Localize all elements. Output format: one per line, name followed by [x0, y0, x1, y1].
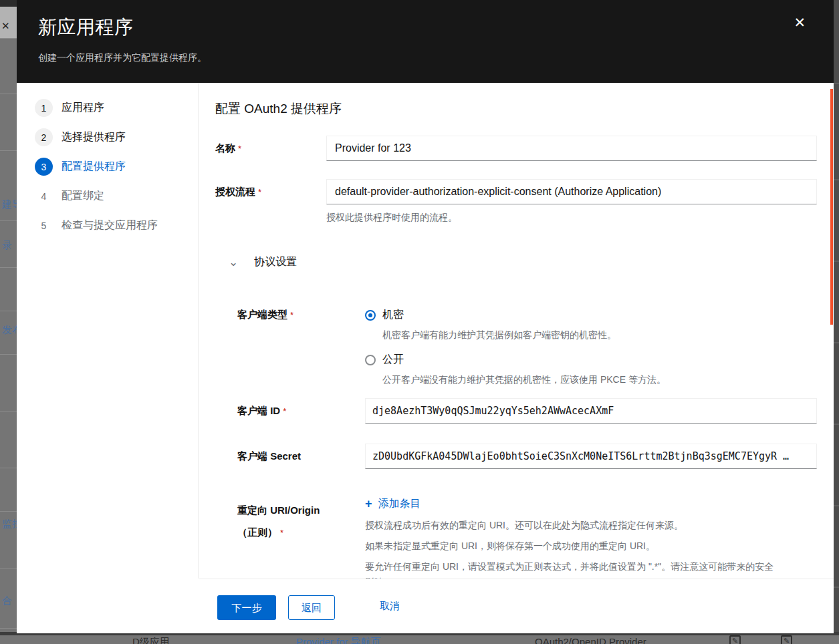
step-label: 配置绑定	[62, 189, 104, 203]
radio-public[interactable]: 公开	[365, 353, 666, 367]
scrollbar-mark	[834, 505, 839, 506]
client-id-label: 客户端 ID*	[237, 398, 365, 424]
client-id-row: 客户端 ID* dje8AezhT3Wy0qQSJmu22yqYs5eh2AWw…	[199, 398, 817, 424]
required-star: *	[290, 310, 293, 320]
page-scrollbar[interactable]	[834, 0, 839, 644]
protocol-settings-label: 协议设置	[254, 255, 297, 269]
label-text: 重定向 URI/Origin（正则）*	[237, 499, 324, 544]
required-star: *	[238, 144, 241, 154]
client-id-input[interactable]: dje8AezhT3Wy0qQSJmu22yqYs5eh2AWwAcecAXmF	[365, 398, 817, 424]
backdrop-divider	[0, 354, 17, 355]
backdrop-divider	[0, 628, 17, 629]
protocol-settings-toggle[interactable]: ⌄ 协议设置	[229, 255, 297, 269]
backdrop-divider	[0, 311, 17, 311]
add-entry-button[interactable]: + 添加条目	[365, 492, 773, 511]
close-icon[interactable]: ✕	[794, 15, 806, 31]
backdrop-left-strip: ✕ 建导航 录 发布 监控 合	[0, 0, 17, 644]
scrollbar-mark	[834, 261, 839, 262]
redirect-label-text: 重定向 URI/Origin（正则）	[237, 504, 320, 538]
backdrop-row-fragment: 建导航	[2, 198, 17, 211]
drawer-close-icon: ✕	[1, 20, 10, 32]
backdrop-divider	[0, 511, 17, 512]
label-text: 客户端 ID	[237, 405, 280, 416]
modal-scrollbar-thumb[interactable]	[830, 89, 833, 325]
scrollbar-mark	[834, 424, 839, 425]
provider-link[interactable]: Provider for 导航页	[296, 636, 381, 644]
modal-header: 新应用程序 创建一个应用程序并为它配置提供程序。 ✕	[17, 0, 834, 83]
redirect-uri-row: 重定向 URI/Origin（正则）* + 添加条目 授权流程成功后有效的重定向…	[199, 492, 773, 589]
step-label: 应用程序	[62, 101, 104, 115]
backdrop-row-fragment: 发布	[2, 324, 17, 337]
backdrop-bottom-row: D级应用 Provider for 导航页 OAuth2/OpenID Prov…	[0, 632, 839, 644]
step-review-submit[interactable]: 5 检查与提交应用程序	[35, 216, 158, 234]
cancel-button[interactable]: 取消	[380, 600, 400, 613]
confidential-help: 机密客户端有能力维护其凭据例如客户端密钥的机密性。	[382, 329, 666, 341]
step-number: 4	[35, 187, 53, 205]
label-text: 客户端类型	[237, 309, 287, 320]
back-button[interactable]: 返回	[288, 595, 335, 620]
step-number: 1	[35, 99, 53, 117]
required-star: *	[283, 406, 286, 416]
backdrop-divider	[0, 568, 17, 569]
client-id-value: dje8AezhT3Wy0qQSJmu22yqYs5eh2AWwAcecAXmF	[372, 405, 614, 417]
scrollbar-mark	[834, 179, 839, 180]
radio-unselected-icon[interactable]	[365, 355, 376, 365]
authorization-flow-control: default-provider-authorization-explicit-…	[326, 179, 817, 224]
step-label: 配置提供程序	[62, 160, 126, 174]
required-star: *	[280, 528, 283, 538]
provider-type-cell: OAuth2/OpenID Provider	[535, 636, 646, 644]
required-star: *	[258, 187, 261, 197]
wizard-footer: 下一步 返回 取消	[199, 579, 834, 633]
add-entry-label: 添加条目	[378, 497, 421, 511]
radio-confidential[interactable]: 机密	[365, 308, 666, 322]
chevron-down-icon: ⌄	[229, 259, 238, 266]
step-label: 检查与提交应用程序	[62, 218, 158, 232]
step-application[interactable]: 1 应用程序	[35, 99, 104, 117]
step-number: 2	[35, 128, 53, 146]
backdrop-topbar	[0, 0, 17, 7]
step-label: 选择提供程序	[62, 130, 126, 144]
client-type-row: 客户端类型* 机密 机密客户端有能力维护其凭据例如客户端密钥的机密性。 公开 公…	[199, 308, 666, 386]
name-value: Provider for 123	[335, 142, 411, 154]
redirect-help-1: 授权流程成功后有效的重定向 URI。还可以在此处为隐式流程指定任何来源。	[365, 519, 773, 532]
backdrop-row-fragment: 录	[2, 239, 12, 252]
client-type-options: 机密 机密客户端有能力维护其凭据例如客户端密钥的机密性。 公开 公开客户端没有能…	[365, 308, 666, 386]
client-secret-row: 客户端 Secret zD0UbdKGFkA045DWlajEo0bhtSoie…	[199, 444, 817, 469]
backdrop-divider	[0, 38, 17, 39]
scrollbar-mark	[834, 587, 839, 588]
redirect-help-3: 要允许任何重定向 URI，请设置模式为正则表达式，并将此值设置为 ".*"。请注…	[365, 560, 773, 573]
radio-label: 机密	[382, 308, 404, 322]
backdrop-row-fragment: 监控	[2, 518, 17, 530]
edit-icon[interactable]: ✎	[729, 635, 741, 644]
radio-selected-icon[interactable]	[365, 310, 376, 321]
name-input[interactable]: Provider for 123	[326, 136, 817, 161]
form-title: 配置 OAuth2 提供程序	[215, 100, 342, 118]
step-configure-bindings[interactable]: 4 配置绑定	[35, 187, 104, 205]
modal-title: 新应用程序	[38, 15, 134, 40]
backdrop-divider	[0, 150, 17, 151]
radio-label: 公开	[382, 353, 404, 367]
name-field-row: 名称* Provider for 123	[199, 136, 817, 161]
client-secret-label: 客户端 Secret	[237, 444, 365, 469]
backdrop-divider	[0, 94, 17, 94]
app-name-cell: D级应用	[132, 636, 170, 644]
backdrop-row-fragment: 合	[2, 595, 12, 607]
client-secret-input[interactable]: zD0UbdKGFkA045DWlajEo0bhtSoieC3SnXcM0NeI…	[365, 444, 817, 469]
label-text: 授权流程	[215, 186, 255, 197]
step-configure-provider[interactable]: 3 配置提供程序	[35, 158, 126, 176]
step-number: 5	[35, 216, 53, 234]
authorization-flow-help: 授权此提供程序时使用的流程。	[326, 210, 817, 224]
copy-icon[interactable]: ✎	[781, 635, 792, 644]
backdrop-divider	[0, 220, 17, 221]
next-button[interactable]: 下一步	[217, 595, 276, 620]
name-label: 名称*	[215, 136, 326, 161]
public-help: 公开客户端没有能力维护其凭据的机密性，应该使用 PKCE 等方法。	[382, 374, 666, 386]
client-secret-value: zD0UbdKGFkA045DWlajEo0bhtSoieC3SnXcM0NeI…	[372, 450, 789, 462]
backdrop-divider	[0, 468, 17, 468]
step-choose-provider[interactable]: 2 选择提供程序	[35, 128, 126, 146]
flow-value: default-provider-authorization-explicit-…	[335, 186, 661, 198]
backdrop-divider	[0, 267, 17, 268]
label-text: 名称	[215, 142, 235, 154]
redirect-help-2: 如果未指定显式重定向 URI，则将保存第一个成功使用的重定向 URI。	[365, 540, 773, 552]
authorization-flow-select[interactable]: default-provider-authorization-explicit-…	[326, 179, 817, 204]
